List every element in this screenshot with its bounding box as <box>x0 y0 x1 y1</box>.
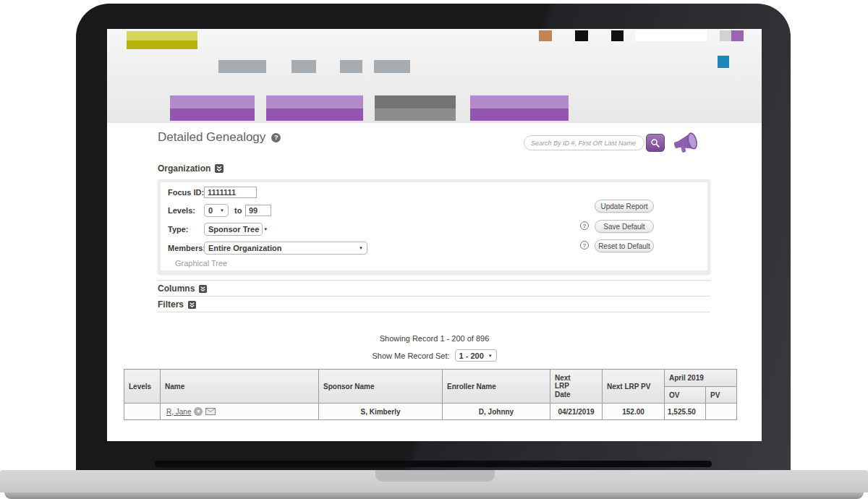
search-icon <box>650 138 660 148</box>
chevron-down-icon: ▼ <box>263 227 268 231</box>
chevron-down-icon: ▼ <box>359 246 363 250</box>
levels-to-word: to <box>234 206 242 215</box>
col-header-levels[interactable]: Levels <box>124 370 161 404</box>
collapse-section-icon[interactable] <box>199 285 207 293</box>
cell-name: R, Jane ▾ <box>161 404 319 420</box>
col-header-april-2019[interactable]: April 2019 <box>665 370 737 387</box>
filters-section-label: Filters <box>158 299 184 310</box>
header-link-placeholder[interactable] <box>611 30 624 41</box>
help-icon[interactable]: ? <box>580 221 589 230</box>
cell-pv <box>706 404 737 420</box>
focus-id-label: Focus ID: <box>168 188 204 197</box>
col-header-next-lrp-pv[interactable]: Next LRP PV <box>603 370 665 404</box>
table-row: R, Jane ▾ S, Kimberly D, Johnny 04/21/20… <box>124 404 737 420</box>
organization-panel: Focus ID: Levels: 0 ▼ to Type: Sponsor T… <box>158 179 710 273</box>
col-header-sponsor-name[interactable]: Sponsor Name <box>319 370 443 404</box>
section-divider <box>158 280 710 281</box>
graphical-tree-link[interactable]: Graphical Tree <box>175 259 227 268</box>
header-avatar-placeholder <box>539 30 552 41</box>
type-label: Type: <box>168 225 189 234</box>
section-divider <box>158 312 710 312</box>
site-logo-placeholder <box>127 31 197 49</box>
search-input[interactable] <box>524 135 644 150</box>
col-header-enroller-name[interactable]: Enroller Name <box>443 370 550 404</box>
save-default-button[interactable]: Save Default <box>595 220 654 233</box>
chevron-down-icon: ▼ <box>488 354 493 358</box>
collapse-section-icon[interactable] <box>215 164 224 173</box>
laptop-base-lip <box>4 492 864 499</box>
laptop-hinge <box>155 461 712 467</box>
focus-id-input[interactable] <box>204 187 257 198</box>
secondary-nav-item-placeholder[interactable] <box>218 60 266 73</box>
cell-sponsor-name: S, Kimberly <box>319 404 443 420</box>
email-icon[interactable] <box>205 408 216 415</box>
member-name-link[interactable]: R, Jane <box>166 408 191 416</box>
secondary-nav-item-placeholder[interactable] <box>292 60 316 73</box>
members-label: Members: <box>168 244 205 252</box>
levels-from-select[interactable]: 0 ▼ <box>204 204 229 217</box>
cell-ov: 1,525.50 <box>665 404 706 420</box>
cell-enroller-name: D, Johnny <box>443 404 550 420</box>
cell-levels <box>124 404 161 420</box>
col-header-name[interactable]: Name <box>161 370 319 404</box>
cell-next-lrp-pv: 152.00 <box>603 404 665 420</box>
main-nav-tab-active-placeholder[interactable] <box>375 95 456 121</box>
announcements-megaphone-icon[interactable] <box>672 129 704 156</box>
main-nav-tab-placeholder[interactable] <box>266 95 363 121</box>
search-button[interactable] <box>646 134 665 152</box>
header-link-placeholder[interactable] <box>731 30 744 41</box>
type-select[interactable]: Sponsor Tree ▼ <box>204 223 263 236</box>
laptop-base-notch <box>375 470 495 482</box>
laptop-screen: Detailed Genealogy ? Organization <box>107 29 762 441</box>
chevron-down-icon: ▼ <box>220 208 224 213</box>
col-header-next-lrp-date[interactable]: Next LRP Date <box>550 370 603 404</box>
record-set-label: Show Me Record Set: <box>373 351 450 360</box>
site-header <box>107 29 762 123</box>
col-header-ov[interactable]: OV <box>665 387 706 404</box>
collapse-section-icon[interactable] <box>188 301 196 309</box>
showing-record-text: Showing Record 1 - 200 of 896 <box>107 334 762 343</box>
genealogy-table: Levels Name Sponsor Name Enroller Name N… <box>124 369 737 420</box>
header-name-placeholder <box>635 30 707 41</box>
reset-to-default-button[interactable]: Reset to Default <box>595 239 654 252</box>
section-divider <box>158 296 710 297</box>
header-link-placeholder[interactable] <box>575 30 588 41</box>
record-set-select[interactable]: 1 - 200 ▼ <box>455 349 497 362</box>
main-nav-tab-placeholder[interactable] <box>170 95 255 121</box>
secondary-nav-item-placeholder[interactable] <box>374 60 410 73</box>
help-icon[interactable]: ? <box>580 241 589 250</box>
levels-label: Levels: <box>168 206 195 215</box>
help-icon[interactable]: ? <box>271 133 281 142</box>
col-header-pv[interactable]: PV <box>706 387 737 404</box>
laptop-mockup: Detailed Genealogy ? Organization <box>0 0 868 499</box>
columns-section-label: Columns <box>158 283 195 294</box>
members-select[interactable]: Entire Organization ▼ <box>204 242 367 255</box>
update-report-button[interactable]: Update Report <box>595 200 654 213</box>
organization-section-label: Organization <box>158 163 210 174</box>
page-title: Detailed Genealogy <box>158 130 265 145</box>
levels-to-input[interactable] <box>245 205 271 216</box>
secondary-nav-item-placeholder[interactable] <box>340 60 362 73</box>
header-social-placeholder[interactable] <box>718 56 729 68</box>
header-link-placeholder[interactable] <box>720 30 731 41</box>
expand-member-icon[interactable]: ▾ <box>194 407 203 416</box>
main-nav-tab-placeholder[interactable] <box>470 95 569 121</box>
cell-next-lrp-date: 04/21/2019 <box>550 404 603 420</box>
